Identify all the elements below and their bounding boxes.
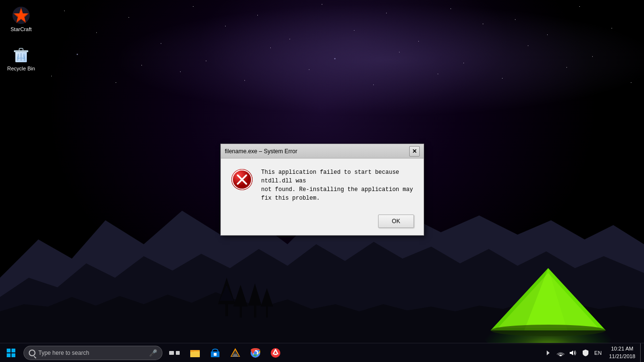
tray-show-hidden[interactable] [542,343,554,362]
dialog-title: filename.exe – System Error [225,148,409,155]
svg-rect-34 [190,351,200,357]
svg-marker-46 [547,351,550,355]
dialog-body: This application failed to start because… [221,158,424,210]
svg-rect-27 [19,48,23,51]
search-bar[interactable]: Type here to search 🎤 [23,346,162,360]
svg-rect-37 [214,353,217,356]
taskbar-file-explorer[interactable] [185,343,205,362]
taskbar-store[interactable] [206,343,225,362]
dialog-message: This application failed to start because… [261,168,414,203]
tray-volume[interactable] [567,343,579,362]
taskbar: Type here to search 🎤 [0,343,644,362]
taskbar-chrome[interactable] [246,343,265,362]
desktop: StarCraft [0,0,644,362]
error-icon [230,168,253,191]
tray-network[interactable] [554,343,567,362]
task-view-button[interactable] [164,343,184,362]
search-icon [29,350,35,356]
tray-language[interactable]: EN [592,343,604,362]
svg-point-44 [254,351,257,354]
taskbar-pinned-apps [185,343,285,362]
taskbar-vlc[interactable] [226,343,245,362]
recycle-bin-icon [12,45,31,64]
desktop-icon-recycle-bin[interactable]: Recycle Bin [4,43,38,74]
tent [476,249,620,345]
dialog-close-button[interactable]: ✕ [409,146,420,157]
svg-point-17 [491,325,606,336]
taskbar-avast[interactable] [266,343,285,362]
recycle-bin-label: Recycle Bin [7,66,35,72]
desktop-icon-starcraft[interactable]: StarCraft [4,4,38,34]
starcraft-label: StarCraft [11,26,32,33]
starcraft-icon [12,6,31,25]
clock-time: 10:21 AM [611,345,633,352]
clock[interactable]: 10:21 AM 11/21/2018 [604,343,640,362]
windows-logo [7,349,15,357]
svg-rect-41 [232,356,238,357]
microphone-icon[interactable]: 🎤 [149,349,157,357]
clock-date: 11/21/2018 [609,353,635,360]
dialog-footer: OK [221,210,424,235]
search-placeholder: Type here to search [38,350,89,356]
svg-rect-35 [190,350,194,352]
ok-button[interactable]: OK [378,215,414,228]
tray-icons: EN [542,343,604,362]
svg-marker-48 [570,351,573,355]
svg-marker-16 [498,273,598,328]
dialog-titlebar: filename.exe – System Error ✕ [221,144,424,158]
tray-security[interactable] [579,343,592,362]
error-dialog: filename.exe – System Error ✕ [220,144,424,236]
start-button[interactable] [0,343,22,362]
system-tray: EN 10:21 AM 11/21/2018 [542,343,644,362]
show-desktop-button[interactable] [640,343,644,362]
task-view-icon [169,351,179,355]
